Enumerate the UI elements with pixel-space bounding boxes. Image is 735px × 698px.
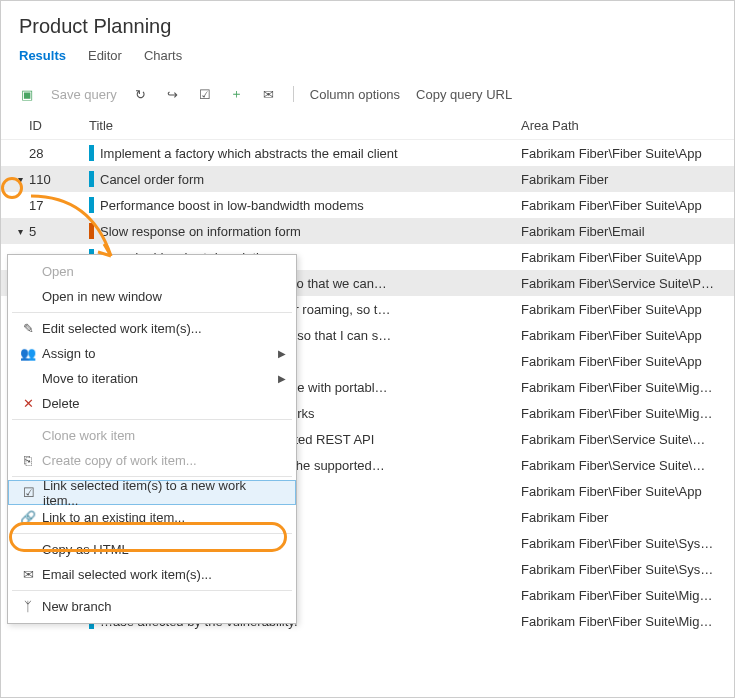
work-item-area-path: Fabrikam Fiber: [521, 172, 716, 187]
refresh-icon[interactable]: ↻: [133, 86, 149, 102]
email-icon[interactable]: ✉: [261, 86, 277, 102]
toolbar: ▣ Save query ↻ ↪ ☑ ＋ ✉ Column options Co…: [1, 78, 734, 110]
table-row[interactable]: 17Performance boost in low-bandwidth mod…: [1, 192, 734, 218]
tab-editor[interactable]: Editor: [88, 48, 122, 69]
menu-item-clone-work-item: Clone work item: [8, 423, 296, 448]
work-item-title-cell: Cancel order form: [77, 171, 521, 187]
header-area[interactable]: Area Path: [521, 118, 716, 133]
type-color-bar: [89, 171, 94, 187]
menu-item-label: Move to iteration: [38, 371, 278, 386]
work-item-area-path: Fabrikam Fiber\Fiber Suite\Migrate: [521, 406, 716, 421]
menu-item-link-selected-item-s-to-a-new-work-item[interactable]: ☑Link selected item(s) to a new work ite…: [8, 480, 296, 505]
table-row[interactable]: ▾5Slow response on information formFabri…: [1, 218, 734, 244]
table-row[interactable]: ▾110Cancel order formFabrikam Fiber: [1, 166, 734, 192]
work-item-title: Implement a factory which abstracts the …: [100, 146, 398, 161]
menu-item-label: Email selected work item(s)...: [38, 567, 286, 582]
work-item-area-path: Fabrikam Fiber\Fiber Suite\Migrate: [521, 380, 716, 395]
menu-item-label: Assign to: [38, 346, 278, 361]
tab-results[interactable]: Results: [19, 48, 66, 69]
menu-separator: [12, 419, 292, 420]
header-title[interactable]: Title: [77, 118, 521, 133]
work-item-area-path: Fabrikam Fiber\Email: [521, 224, 716, 239]
menu-item-label: Link selected item(s) to a new work item…: [39, 478, 285, 508]
menu-item-edit-selected-work-item-s[interactable]: ✎Edit selected work item(s)...: [8, 316, 296, 341]
menu-item-label: New branch: [38, 599, 286, 614]
page-title: Product Planning: [1, 1, 734, 48]
menu-item-new-branch[interactable]: ᛉNew branch: [8, 594, 296, 619]
column-options-button[interactable]: Column options: [310, 87, 400, 102]
work-item-area-path: Fabrikam Fiber\Service Suite\Web S: [521, 458, 716, 473]
link-selected-item-s-to-a-new-work-item-icon: ☑: [19, 485, 39, 500]
email-selected-work-item-s-icon: ✉: [18, 567, 38, 582]
work-item-title: Slow response on information form: [100, 224, 301, 239]
work-item-area-path: Fabrikam Fiber\Service Suite\Web S: [521, 432, 716, 447]
menu-item-link-to-an-existing-item[interactable]: 🔗Link to an existing item...: [8, 505, 296, 530]
work-item-title-cell: Slow response on information form: [77, 223, 521, 239]
work-item-id: 110: [29, 172, 77, 187]
toolbar-divider: [293, 86, 294, 102]
menu-item-copy-as-html[interactable]: Copy as HTML: [8, 537, 296, 562]
menu-item-label: Delete: [38, 396, 286, 411]
delete-icon: ✕: [18, 396, 38, 411]
work-item-area-path: Fabrikam Fiber: [521, 510, 716, 525]
expand-caret-icon[interactable]: ▾: [11, 174, 29, 185]
work-item-area-path: Fabrikam Fiber\Fiber Suite\App: [521, 354, 716, 369]
tabs: ResultsEditorCharts: [1, 48, 734, 78]
work-item-id: 17: [29, 198, 77, 213]
work-item-area-path: Fabrikam Fiber\Fiber Suite\App: [521, 302, 716, 317]
menu-item-label: Link to an existing item...: [38, 510, 286, 525]
column-headers: ID Title Area Path: [1, 110, 734, 140]
menu-separator: [12, 533, 292, 534]
menu-item-label: Edit selected work item(s)...: [38, 321, 286, 336]
menu-item-open-in-new-window[interactable]: Open in new window: [8, 284, 296, 309]
submenu-arrow-icon: ▶: [278, 373, 286, 384]
undo-icon[interactable]: ↪: [165, 86, 181, 102]
work-item-area-path: Fabrikam Fiber\Fiber Suite\Migrate: [521, 614, 716, 629]
table-row[interactable]: 28Implement a factory which abstracts th…: [1, 140, 734, 166]
menu-item-delete[interactable]: ✕Delete: [8, 391, 296, 416]
submenu-arrow-icon: ▶: [278, 348, 286, 359]
expand-caret-icon[interactable]: ▾: [11, 226, 29, 237]
menu-item-label: Copy as HTML: [38, 542, 286, 557]
header-id[interactable]: ID: [29, 118, 77, 133]
menu-separator: [12, 590, 292, 591]
new-branch-icon: ᛉ: [18, 599, 38, 614]
type-color-bar: [89, 223, 94, 239]
menu-item-move-to-iteration[interactable]: Move to iteration▶: [8, 366, 296, 391]
work-item-title: Cancel order form: [100, 172, 204, 187]
work-item-title: Performance boost in low-bandwidth modem…: [100, 198, 364, 213]
menu-item-open: Open: [8, 259, 296, 284]
edit-selected-work-item-s-icon: ✎: [18, 321, 38, 336]
create-copy-of-work-item-icon: ⎘: [18, 453, 38, 468]
type-color-bar: [89, 197, 94, 213]
menu-item-label: Create copy of work item...: [38, 453, 286, 468]
add-icon[interactable]: ＋: [229, 86, 245, 102]
link-to-an-existing-item-icon: 🔗: [18, 510, 38, 525]
menu-item-label: Clone work item: [38, 428, 286, 443]
work-item-area-path: Fabrikam Fiber\Fiber Suite\App: [521, 198, 716, 213]
work-item-area-path: Fabrikam Fiber\Fiber Suite\System: [521, 536, 716, 551]
save-query-button: Save query: [51, 87, 117, 102]
menu-item-label: Open: [38, 264, 286, 279]
assign-to-icon: 👥: [18, 346, 38, 361]
tab-charts[interactable]: Charts: [144, 48, 182, 69]
work-item-id: 28: [29, 146, 77, 161]
work-item-title-cell: Implement a factory which abstracts the …: [77, 145, 521, 161]
edit-icon[interactable]: ☑: [197, 86, 213, 102]
work-item-title-cell: Performance boost in low-bandwidth modem…: [77, 197, 521, 213]
menu-item-create-copy-of-work-item: ⎘Create copy of work item...: [8, 448, 296, 473]
work-item-area-path: Fabrikam Fiber\Fiber Suite\App: [521, 146, 716, 161]
menu-separator: [12, 312, 292, 313]
work-item-area-path: Fabrikam Fiber\Fiber Suite\Migrate: [521, 588, 716, 603]
copy-query-url-button[interactable]: Copy query URL: [416, 87, 512, 102]
menu-item-assign-to[interactable]: 👥Assign to▶: [8, 341, 296, 366]
new-work-item-icon[interactable]: ▣: [19, 86, 35, 102]
work-item-id: 5: [29, 224, 77, 239]
type-color-bar: [89, 145, 94, 161]
work-item-area-path: Fabrikam Fiber\Fiber Suite\App: [521, 328, 716, 343]
menu-item-email-selected-work-item-s[interactable]: ✉Email selected work item(s)...: [8, 562, 296, 587]
context-menu: OpenOpen in new window✎Edit selected wor…: [7, 254, 297, 624]
work-item-area-path: Fabrikam Fiber\Service Suite\Perfor: [521, 276, 716, 291]
work-item-area-path: Fabrikam Fiber\Fiber Suite\System: [521, 562, 716, 577]
work-item-area-path: Fabrikam Fiber\Fiber Suite\App: [521, 484, 716, 499]
